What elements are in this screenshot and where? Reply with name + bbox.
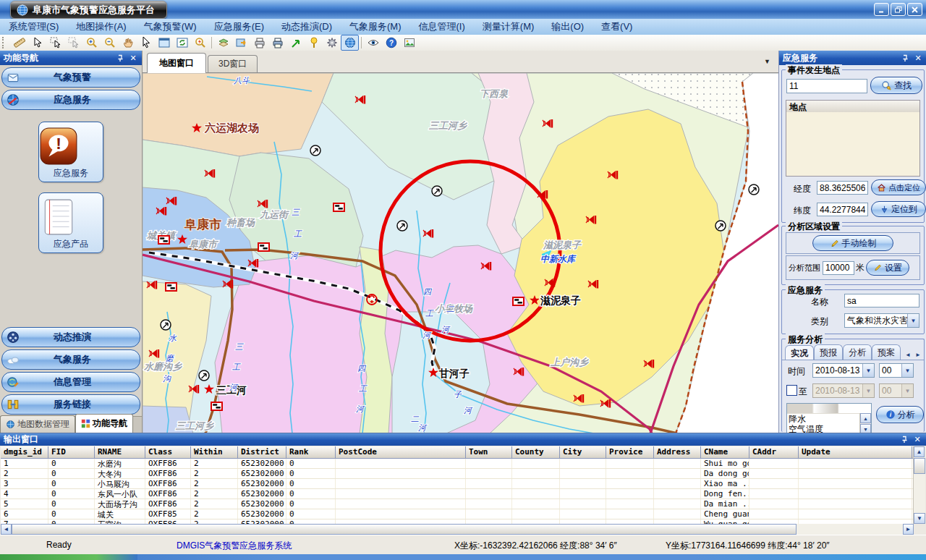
column-header-RNAME[interactable]: RNAME <box>95 446 145 458</box>
column-header-Within[interactable]: Within <box>191 446 238 458</box>
eye-icon[interactable] <box>364 35 382 51</box>
scroll-up-icon[interactable]: ▲ <box>860 413 871 423</box>
column-header-City[interactable]: City <box>560 446 606 458</box>
column-header-CAddr[interactable]: CAddr <box>749 446 799 458</box>
scroll-left-icon[interactable]: ◄ <box>1 524 12 535</box>
restore-icon[interactable] <box>891 3 906 16</box>
hour2-select[interactable]: 00▼ <box>879 383 914 398</box>
flag-marker[interactable] <box>258 243 269 251</box>
sidebar-item-信息管理[interactable]: 信息管理 <box>1 372 140 392</box>
menu-item[interactable]: 应急服务(E) <box>205 19 273 35</box>
close-icon[interactable]: ✕ <box>912 435 922 445</box>
column-header-CName[interactable]: CName <box>701 446 749 458</box>
latitude-input[interactable] <box>817 203 868 216</box>
chevron-down-icon[interactable]: ▼ <box>764 58 770 65</box>
tab-scroll-icons[interactable]: ◄ ► <box>905 352 922 360</box>
map-export-icon[interactable] <box>232 35 250 51</box>
sidebar-item-应急服务[interactable]: 应急服务 <box>1 90 140 110</box>
table-row[interactable]: 40东风一小队OXFF8626523020000Dong fen... <box>1 489 914 499</box>
column-header-PostCode[interactable]: PostCode <box>336 446 466 458</box>
sidebar-item-气象服务[interactable]: 气象服务 <box>1 349 140 370</box>
tab-分析[interactable]: 分析 <box>843 344 872 360</box>
flag-marker[interactable] <box>158 236 169 244</box>
clear-selection-icon[interactable] <box>64 35 82 51</box>
menu-item[interactable]: 动态推演(D) <box>273 19 341 35</box>
service-name-input[interactable] <box>844 294 919 307</box>
snap-pointer-icon[interactable] <box>286 35 305 51</box>
table-row[interactable]: 60城关OXFF8526523020000Cheng guan <box>1 509 914 519</box>
pin-icon[interactable] <box>899 435 909 445</box>
station-marker[interactable] <box>397 221 407 231</box>
list-item[interactable]: 降水 <box>789 414 871 424</box>
pin-icon[interactable] <box>115 53 125 63</box>
station-marker[interactable] <box>161 320 171 330</box>
manual-draw-button[interactable]: 手动绘制 <box>812 235 893 251</box>
menu-item[interactable]: 查看(V) <box>592 19 641 35</box>
horizontal-scrollbar[interactable]: ◄ ► <box>1 524 914 535</box>
product-button-应急产品[interactable]: 应急产品 <box>38 192 103 253</box>
ruler-icon[interactable] <box>10 35 28 51</box>
service-type-select[interactable]: 气象和洪水灾害▼ <box>844 313 919 328</box>
close-icon[interactable]: ✕ <box>128 53 138 63</box>
column-header-District[interactable]: District <box>238 446 286 458</box>
print-icon[interactable] <box>268 35 286 51</box>
column-header-Update[interactable]: Update <box>799 446 912 458</box>
close-icon[interactable]: ✕ <box>913 53 923 63</box>
goto-button[interactable]: 定位到 <box>871 201 926 217</box>
sidebar-item-服务链接[interactable]: 服务链接 <box>1 394 140 415</box>
analysis-range-input[interactable] <box>823 261 854 275</box>
column-header-FID[interactable]: FID <box>48 446 95 458</box>
tab-地图数据管理[interactable]: 地图数据管理 <box>0 415 75 433</box>
scroll-down-icon[interactable]: ▼ <box>860 424 871 433</box>
menu-item[interactable]: 测量计算(M) <box>474 19 543 35</box>
minimize-icon[interactable] <box>874 3 889 16</box>
column-header-Class[interactable]: Class <box>145 446 191 458</box>
menu-item[interactable]: 输出(O) <box>543 19 592 35</box>
pointer-icon[interactable] <box>137 35 155 51</box>
station-marker[interactable] <box>432 186 442 196</box>
date2-select[interactable]: 2010-08-13▼ <box>812 383 875 398</box>
gear-icon[interactable] <box>323 35 341 51</box>
flag-marker[interactable] <box>166 283 177 291</box>
pin-icon[interactable] <box>900 53 910 63</box>
location-list[interactable] <box>786 112 920 177</box>
analyze-button[interactable]: i 分析 <box>876 406 924 423</box>
date-select[interactable]: 2010-08-13▼ <box>812 363 875 378</box>
column-header-Rank[interactable]: Rank <box>286 446 336 458</box>
identify-icon[interactable] <box>191 35 209 51</box>
sidebar-item-气象预警[interactable]: 气象预警 <box>1 67 140 88</box>
image-icon[interactable] <box>400 35 418 51</box>
help-icon[interactable]: ? <box>382 35 400 51</box>
table-row[interactable]: 30小马厩沟OXFF8626523020000Xiao ma ... <box>1 479 914 489</box>
zoom-out-icon[interactable] <box>101 35 119 51</box>
column-header-Address[interactable]: Address <box>654 446 701 458</box>
tab-预报[interactable]: 预报 <box>814 344 843 360</box>
select-area-icon[interactable] <box>46 35 64 51</box>
tab-实况[interactable]: 实况 <box>785 345 814 360</box>
hour-select[interactable]: 00▼ <box>879 363 914 378</box>
zoom-in-icon[interactable] <box>82 35 101 51</box>
location-keyword-input[interactable] <box>786 79 867 93</box>
station-marker[interactable] <box>310 145 320 156</box>
menu-item[interactable]: 气象预警(W) <box>135 19 205 35</box>
chevron-down-icon[interactable]: ▼ <box>907 314 919 327</box>
column-header-Provice[interactable]: Provice <box>606 446 654 458</box>
select-arrow-icon[interactable] <box>28 35 46 51</box>
set-button[interactable]: 设置 <box>866 260 909 276</box>
globe-icon[interactable] <box>341 35 359 51</box>
tab-预案[interactable]: 预案 <box>872 344 901 360</box>
full-extent-icon[interactable] <box>155 35 173 51</box>
table-row[interactable]: 20大冬沟OXFF8626523020000Da dong gou <box>1 469 914 479</box>
locate-button[interactable]: 点击定位 <box>871 179 926 195</box>
longitude-input[interactable] <box>817 181 868 195</box>
tab-地图窗口[interactable]: 地图窗口 <box>147 53 206 73</box>
scroll-up-icon[interactable]: ▲ <box>914 446 925 457</box>
menu-item[interactable]: 信息管理(I) <box>410 19 474 35</box>
menu-item[interactable]: 地图操作(A) <box>67 19 135 35</box>
layers-icon[interactable] <box>214 35 232 51</box>
to-checkbox[interactable] <box>786 385 797 396</box>
search-button[interactable]: 查找 <box>870 77 922 94</box>
sidebar-item-动态推演[interactable]: 动态推演 <box>1 327 140 347</box>
close-icon[interactable] <box>907 3 922 16</box>
tab-3D窗口[interactable]: 3D窗口 <box>208 55 258 72</box>
